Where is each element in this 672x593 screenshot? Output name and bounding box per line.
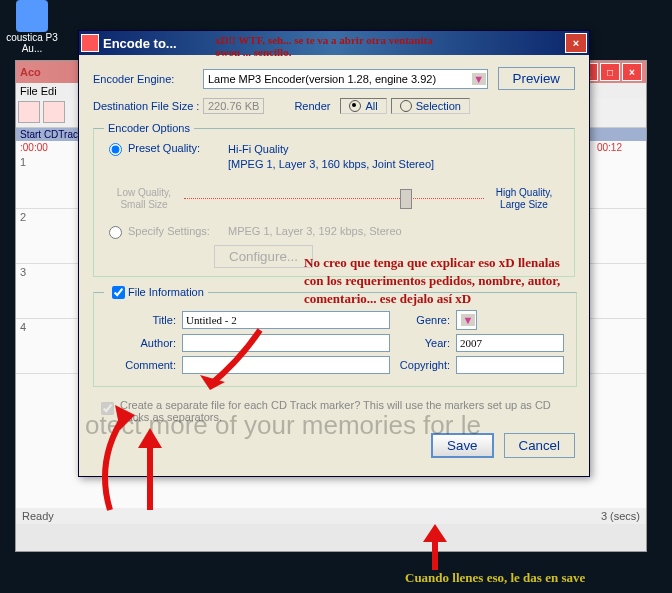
render-all-radio[interactable]: All <box>340 98 386 114</box>
bg-max-icon[interactable]: □ <box>600 63 620 81</box>
chevron-down-icon[interactable]: ▼ <box>472 73 486 85</box>
preset-quality-radio[interactable] <box>109 143 122 156</box>
file-info-checkbox[interactable] <box>112 286 125 299</box>
save-button[interactable]: Save <box>431 433 493 458</box>
status-bar: Ready 3 (secs) <box>16 508 646 524</box>
preset-quality-label: Preset Quality: <box>128 142 228 154</box>
slider-high-label: High Quality, Large Size <box>484 187 564 211</box>
genre-combo[interactable]: ▼ <box>456 310 477 330</box>
separate-files-label: Create a separate file for each CD Track… <box>120 399 571 423</box>
encoder-combo[interactable]: Lame MP3 Encoder(version 1.28, engine 3.… <box>203 69 488 89</box>
encoder-label: Encoder Engine: <box>93 73 203 85</box>
file-information-legend: File Information <box>104 283 208 302</box>
author-label: Author: <box>104 337 182 349</box>
encode-dialog: Encode to... × Encoder Engine: Lame MP3 … <box>78 30 590 477</box>
copyright-label: Copyright: <box>390 359 456 371</box>
bg-tool-button[interactable] <box>43 101 65 123</box>
encoder-options-group: Encoder Options Preset Quality: Hi-Fi Qu… <box>93 122 575 277</box>
slider-thumb[interactable] <box>400 189 412 209</box>
slider-low-label: Low Quality, Small Size <box>104 187 184 211</box>
preset-name: Hi-Fi Quality <box>228 142 434 157</box>
encoder-options-legend: Encoder Options <box>104 122 194 134</box>
file-information-group: File Information Title: Genre: ▼ Author:… <box>93 283 577 387</box>
bg-close-icon[interactable]: × <box>622 63 642 81</box>
chevron-down-icon[interactable]: ▼ <box>461 314 475 326</box>
year-label: Year: <box>390 337 456 349</box>
render-selection-radio[interactable]: Selection <box>391 98 470 114</box>
specify-detail: MPEG 1, Layer 3, 192 kbps, Stereo <box>228 225 402 237</box>
cancel-button[interactable]: Cancel <box>504 433 576 458</box>
author-field[interactable] <box>182 334 390 352</box>
comment-field[interactable] <box>182 356 390 374</box>
bg-tool-button[interactable] <box>18 101 40 123</box>
titlebar[interactable]: Encode to... × <box>79 31 589 55</box>
preset-detail: [MPEG 1, Layer 3, 160 kbps, Joint Stereo… <box>228 157 434 172</box>
copyright-field[interactable] <box>456 356 564 374</box>
title-field[interactable] <box>182 311 390 329</box>
separate-files-checkbox <box>101 402 114 415</box>
desktop-icon: coustica P3 Au... <box>2 0 62 54</box>
preview-button[interactable]: Preview <box>498 67 575 90</box>
app-icon <box>81 34 99 52</box>
annotation-bottom: Cuando llenes eso, le das en save <box>405 570 585 586</box>
quality-slider[interactable] <box>184 191 484 207</box>
close-icon[interactable]: × <box>565 33 587 53</box>
comment-label: Comment: <box>104 359 182 371</box>
configure-button: Configure... <box>214 245 313 268</box>
specify-settings-radio[interactable] <box>109 226 122 239</box>
dialog-title: Encode to... <box>103 36 565 51</box>
year-field[interactable] <box>456 334 564 352</box>
specify-settings-label: Specify Settings: <box>128 225 228 237</box>
dest-size-value: 220.76 KB <box>203 98 264 114</box>
genre-label: Genre: <box>390 314 456 326</box>
dest-size-label: Destination File Size : <box>93 100 203 112</box>
title-label: Title: <box>104 314 182 326</box>
render-label: Render <box>294 100 330 112</box>
